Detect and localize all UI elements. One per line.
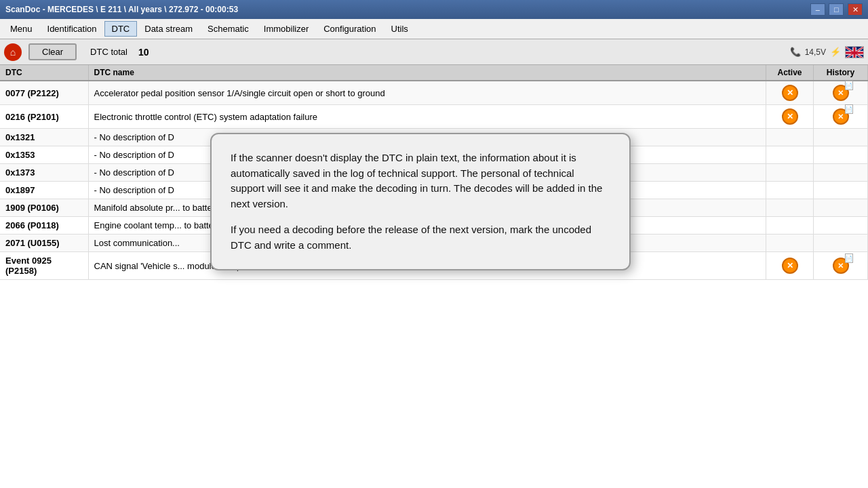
- home-button[interactable]: ⌂: [4, 43, 22, 61]
- dtc-total-label: DTC total: [90, 47, 127, 57]
- dtc-total-count: 10: [138, 47, 149, 58]
- clear-button[interactable]: Clear: [28, 43, 77, 60]
- toolbar: ⌂ Clear DTC total 10 📞 14,5V ⚡: [0, 39, 868, 65]
- window-controls: – □ ✕: [809, 3, 863, 16]
- menu-item-dtc[interactable]: DTC: [104, 21, 138, 37]
- menu-item-menu[interactable]: Menu: [3, 21, 40, 37]
- title-bar: ScanDoc - MERCEDES \ E 211 \ All years \…: [0, 0, 868, 19]
- menu-bar: Menu Identification DTC Data stream Sche…: [0, 19, 868, 39]
- power-icon: ⚡: [830, 47, 841, 57]
- menu-item-identification[interactable]: Identification: [40, 21, 104, 37]
- menu-item-schematic[interactable]: Schematic: [200, 21, 256, 37]
- title-text: ScanDoc - MERCEDES \ E 211 \ All years \…: [5, 5, 238, 14]
- close-button[interactable]: ✕: [848, 3, 863, 16]
- menu-item-datastream[interactable]: Data stream: [137, 21, 200, 37]
- status-area: 📞 14,5V ⚡: [790, 46, 864, 58]
- popup-paragraph-1: If the scanner doesn't display the DTC i…: [231, 150, 610, 211]
- popup-overlay[interactable]: If the scanner doesn't display the DTC i…: [0, 65, 868, 488]
- main-content: DTC DTC name Active History 0077 (P2122)…: [0, 65, 868, 488]
- phone-icon: 📞: [790, 47, 801, 57]
- menu-item-utils[interactable]: Utils: [384, 21, 416, 37]
- minimize-button[interactable]: –: [810, 3, 825, 16]
- menu-item-configuration[interactable]: Configuration: [316, 21, 383, 37]
- maximize-button[interactable]: □: [829, 3, 844, 16]
- popup-paragraph-2: If you need a decoding before the releas…: [231, 222, 610, 253]
- voltage-display: 14,5V: [805, 47, 826, 57]
- info-popup: If the scanner doesn't display the DTC i…: [210, 133, 631, 270]
- flag-icon: [845, 46, 864, 58]
- menu-item-immobilizer[interactable]: Immobilizer: [256, 21, 316, 37]
